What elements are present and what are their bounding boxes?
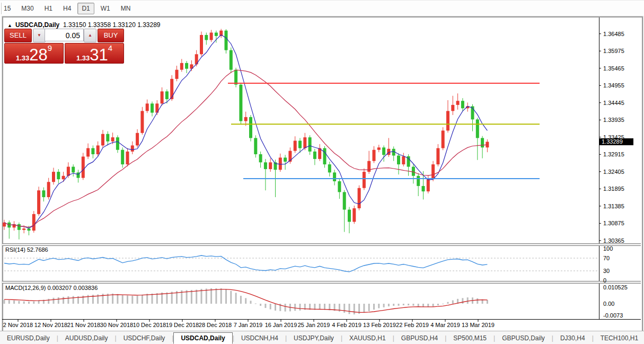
chart-tab-sp500-m15[interactable]: SP500,M15 [446,333,493,343]
buy-price-prefix: 1.33 [76,54,90,62]
date-axis-label: 16 Jan 2019 [265,322,297,328]
buy-price-big: 31 [90,46,108,64]
macd-name: MACD(12,26,9) [5,285,46,291]
chart-tab-usdcnh-h4[interactable]: USDCNH,H4 [234,333,285,343]
rsi-indicator-label: RSI(14) 52.7686 [5,246,48,253]
price-axis-label: 1.30875 [603,220,624,226]
ohlc-close: 1.33289 [137,21,160,29]
sell-price-prefix: 1.33 [16,54,29,62]
price-axis-label: 1.32915 [603,151,624,157]
chart-tab-usdcad-daily[interactable]: USDCAD,Daily [173,332,232,344]
volume-increase-button[interactable]: ▲ [84,29,96,42]
chart-tab-bar: EURUSD,Daily|AUDUSD,Daily|USDCHF,Daily|U… [0,331,644,344]
buy-price-box[interactable]: 1.33314 [65,43,124,64]
macd-indicator-label: MACD(12,26,9) 0.003207 0.003836 [5,285,98,291]
macd-values: 0.003207 0.003836 [47,285,98,291]
date-axis-label: 22 Feb 2019 [396,322,429,328]
price-axis-label: 1.35465 [603,65,624,72]
collapse-panel-icon[interactable]: ▲ [7,23,12,28]
price-axis-label: 1.34955 [603,82,624,89]
date-axis-label: 25 Jan 2019 [298,322,330,328]
macd-axis-label: 0.00 [603,301,614,307]
date-axis-label: 12 Nov 2018 [34,322,67,328]
rsi-axis-label: 0 [603,277,606,284]
ohlc-high: 1.33358 [88,21,111,29]
pane-separator[interactable] [2,243,641,246]
date-axis-label: 4 Mar 2019 [430,322,460,328]
date-axis-label: 4 Feb 2019 [332,322,361,328]
date-axis-label: 19 Dec 2018 [166,322,199,328]
chart-tab-audusd-daily[interactable]: AUDUSD,Daily [58,333,115,343]
date-axis-label: 7 Jan 2019 [234,322,262,328]
price-axis-border [599,17,599,320]
symbol-name: USDCAD,Daily [15,21,59,29]
price-axis-label: 1.33935 [603,117,624,123]
chart-tab-tech100-h1[interactable]: TECH100,H1 [594,333,644,343]
chart-tab-gbpusd-daily[interactable]: GBPUSD,Daily [495,333,552,343]
price-axis-label: 1.34445 [603,100,624,106]
chart-tab-xauusd-h1[interactable]: XAUUSD,H1 [342,333,393,343]
volume-decrease-button[interactable]: ▼ [33,29,46,42]
date-axis-label: 2 Nov 2018 [3,322,33,328]
date-axis-label: 21 Nov 2018 [67,322,100,328]
volume-stepper: ▼ 0.05 ▲ [33,29,96,41]
price-axis-label: 1.36485 [603,31,624,37]
sell-price-big: 28 [29,46,47,64]
chart-tab-eurusd-daily[interactable]: EURUSD,Daily [0,333,57,343]
rsi-value: 52.7686 [27,246,48,253]
price-axis-label: 1.32405 [603,169,624,175]
ohlc-open: 1.33150 [63,21,86,29]
buy-price-pip: 4 [108,43,112,52]
rsi-axis-label: 100 [603,245,613,252]
price-axis-label: 1.31385 [603,203,624,209]
sell-button[interactable]: SELL [4,29,32,42]
macd-axis-label: 0.010525 [603,284,628,290]
pane-separator[interactable] [2,281,641,284]
chart-tab-gbpusd-h4[interactable]: GBPUSD,H4 [394,333,445,343]
rsi-axis-label: 30 [603,268,610,274]
chart-tab-dj30-h4[interactable]: DJ30,H4 [553,333,592,343]
sell-price-pip: 9 [48,43,52,52]
date-axis-label: 13 Mar 2019 [462,322,495,328]
price-axis-label: 1.33425 [603,134,624,140]
rsi-name: RSI(14) [5,246,25,253]
date-axis-label: 28 Dec 2018 [199,322,232,328]
chart-tab-usdjpy-daily[interactable]: USDJPY,Daily [287,333,341,343]
volume-input[interactable]: 0.05 [45,29,84,41]
macd-axis-label: -0.0073 [603,312,623,319]
one-click-trade-panel: SELL ▼ 0.05 ▲ BUY 1.33289 1.33314 [4,29,123,63]
rsi-axis-label: 70 [603,255,610,261]
price-axis-label: 1.31895 [603,186,624,192]
symbol-ohlc-line: ▲USDCAD,Daily 1.33150 1.33358 1.33120 1.… [7,21,161,29]
ohlc-low: 1.33120 [112,21,135,29]
date-axis-label: 30 Nov 2018 [100,322,133,328]
chart-tab-usdchf-daily[interactable]: USDCHF,Daily [117,333,172,343]
price-axis-label: 1.30365 [603,237,624,244]
date-axis-label: 10 Dec 2018 [133,322,166,328]
buy-button[interactable]: BUY [98,29,124,42]
date-axis-border [2,319,641,320]
price-axis-label: 1.35975 [603,48,624,54]
date-axis-label: 13 Feb 2019 [363,322,396,328]
sell-price-box[interactable]: 1.33289 [4,43,64,64]
